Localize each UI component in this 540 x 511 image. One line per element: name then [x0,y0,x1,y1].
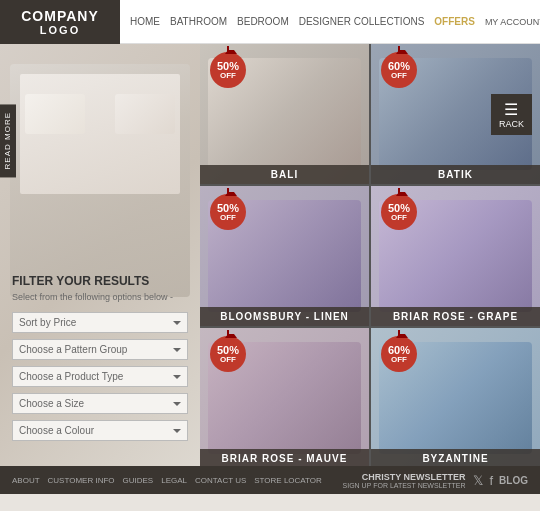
footer-right: CHRISTY NEWSLETTER SIGN UP FOR LATEST NE… [343,472,528,489]
twitter-icon[interactable]: 𝕏 [473,473,483,488]
sale-tag: 50%OFF [381,194,417,230]
header-right: MY ACCOUNT LOG IN 🔍 🛒 0 ITEM £0.00 [485,0,540,49]
nav-designer[interactable]: DESIGNER COLLECTIONS [299,16,425,27]
logo: COMPANY LOGO [0,0,120,44]
social-links: 𝕏 f BLOG [473,473,528,488]
rack-icon: ☰ [499,100,524,119]
nav-offers[interactable]: OFFERS [434,16,475,27]
colour-filter[interactable]: Choose a Colour [12,420,188,441]
product-cell[interactable]: 60%OFFBYZANTINE [371,328,540,466]
footer-link[interactable]: CUSTOMER INFO [48,476,115,485]
sort-by-price-filter[interactable]: Sort by Price [12,312,188,333]
nav-bathroom[interactable]: BATHROOM [170,16,227,27]
pattern-group-filter[interactable]: Choose a Pattern Group [12,339,188,360]
sale-tag: 60%OFF [381,52,417,88]
product-name: BYZANTINE [371,449,540,466]
sidebar: FILTER YOUR RESULTS Select from the foll… [0,44,200,466]
product-cell[interactable]: 50%OFFBALI [200,44,369,184]
nav-home[interactable]: HOME [130,16,160,27]
product-name: BRIAR ROSE - MAUVE [200,449,369,466]
read-more-tab[interactable]: READ MORE [0,104,16,177]
size-filter[interactable]: Choose a Size [12,393,188,414]
product-cell[interactable]: 50%OFFBRIAR ROSE - MAUVE [200,328,369,466]
product-name: BLOOMSBURY - LINEN [200,307,369,326]
footer-link[interactable]: GUIDES [123,476,154,485]
products-area: 50%OFFBALI60%OFFBATIK50%OFFBLOOMSBURY - … [200,44,540,466]
products-grid: 50%OFFBALI60%OFFBATIK50%OFFBLOOMSBURY - … [200,44,540,466]
product-cell[interactable]: 50%OFFBRIAR ROSE - GRAPE [371,186,540,326]
account-link[interactable]: MY ACCOUNT LOG IN [485,17,540,27]
footer-link[interactable]: LEGAL [161,476,187,485]
logo-text: LOGO [40,24,80,36]
newsletter-block: CHRISTY NEWSLETTER SIGN UP FOR LATEST NE… [343,472,466,489]
company-name: COMPANY [21,8,99,24]
facebook-icon[interactable]: f [489,473,493,488]
nav-bedroom[interactable]: BEDROOM [237,16,289,27]
rack-button[interactable]: ☰ RACK [491,94,532,135]
footer-links: ABOUTCUSTOMER INFOGUIDESLEGALCONTACT USS… [12,476,322,485]
product-name: BATIK [371,165,540,184]
footer-link[interactable]: ABOUT [12,476,40,485]
product-type-filter[interactable]: Choose a Product Type [12,366,188,387]
blog-link[interactable]: BLOG [499,475,528,486]
sale-tag: 50%OFF [210,52,246,88]
product-name: BRIAR ROSE - GRAPE [371,307,540,326]
product-cell[interactable]: 50%OFFBLOOMSBURY - LINEN [200,186,369,326]
newsletter-title: CHRISTY NEWSLETTER [362,472,466,482]
footer: ABOUTCUSTOMER INFOGUIDESLEGALCONTACT USS… [0,466,540,494]
sidebar-content: FILTER YOUR RESULTS Select from the foll… [12,274,188,447]
footer-link[interactable]: STORE LOCATOR [254,476,322,485]
main-nav: HOME BATHROOM BEDROOM DESIGNER COLLECTIO… [120,16,485,27]
sale-tag: 60%OFF [381,336,417,372]
sale-tag: 50%OFF [210,194,246,230]
filter-subtitle: Select from the following options below … [12,292,188,302]
footer-link[interactable]: CONTACT US [195,476,246,485]
product-name: BALI [200,165,369,184]
sale-tag: 50%OFF [210,336,246,372]
filter-title: FILTER YOUR RESULTS [12,274,188,288]
rack-label: RACK [499,119,524,129]
search-area: MY ACCOUNT LOG IN 🔍 [485,12,540,31]
newsletter-sub: SIGN UP FOR LATEST NEWSLETTER [343,482,466,489]
